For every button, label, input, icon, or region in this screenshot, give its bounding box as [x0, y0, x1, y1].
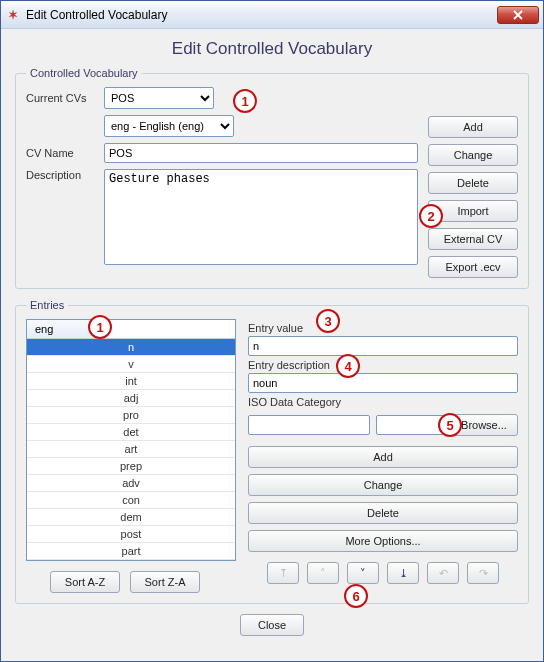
undo-button[interactable]: ↶ — [427, 562, 459, 584]
current-cv-select[interactable]: POS — [104, 87, 214, 109]
cv-import-button[interactable]: Import — [428, 200, 518, 222]
cv-delete-button[interactable]: Delete — [428, 172, 518, 194]
entry-add-button[interactable]: Add — [248, 446, 518, 468]
move-up-button[interactable]: ˄ — [307, 562, 339, 584]
entry-delete-button[interactable]: Delete — [248, 502, 518, 524]
table-row[interactable]: v — [27, 356, 235, 373]
table-row[interactable]: post — [27, 526, 235, 543]
cv-description-input[interactable]: Gesture phases — [104, 169, 418, 265]
table-row[interactable]: adv — [27, 475, 235, 492]
iso-browse-button[interactable]: Browse... — [450, 414, 518, 436]
cv-legend: Controlled Vocabulary — [26, 67, 142, 79]
window-title: Edit Controlled Vocabulary — [26, 8, 497, 22]
table-row[interactable]: part — [27, 543, 235, 560]
entry-description-label: Entry description — [248, 359, 518, 371]
sort-az-button[interactable]: Sort A-Z — [50, 571, 120, 593]
iso-category-field-1 — [248, 415, 370, 435]
entries-table[interactable]: eng nvintadjprodetartprepadvcondempostpa… — [26, 319, 236, 561]
chevron-down-icon: ˅ — [360, 567, 366, 580]
sort-za-button[interactable]: Sort Z-A — [130, 571, 200, 593]
redo-icon: ↷ — [479, 567, 488, 580]
table-row[interactable]: adj — [27, 390, 235, 407]
page-title: Edit Controlled Vocabulary — [15, 39, 529, 59]
entry-value-label: Entry value — [248, 322, 518, 334]
titlebar: ✶ Edit Controlled Vocabulary — [1, 1, 543, 29]
table-row[interactable]: dem — [27, 509, 235, 526]
entry-value-input[interactable] — [248, 336, 518, 356]
move-bottom-button[interactable]: ⤓ — [387, 562, 419, 584]
chevron-top-icon: ⤒ — [279, 567, 288, 580]
table-row[interactable]: prep — [27, 458, 235, 475]
cv-language-select[interactable]: eng - English (eng) — [104, 115, 234, 137]
move-top-button[interactable]: ⤒ — [267, 562, 299, 584]
entries-column-header[interactable]: eng — [27, 320, 97, 338]
cv-name-input[interactable] — [104, 143, 418, 163]
window: ✶ Edit Controlled Vocabulary Edit Contro… — [0, 0, 544, 662]
entry-more-options-button[interactable]: More Options... — [248, 530, 518, 552]
controlled-vocabulary-group: Controlled Vocabulary Current CVs POS en… — [15, 67, 529, 289]
cv-name-label: CV Name — [26, 147, 104, 159]
table-row[interactable]: det — [27, 424, 235, 441]
close-icon — [513, 10, 523, 20]
iso-category-field-2 — [376, 415, 444, 435]
iso-category-label: ISO Data Category — [248, 396, 518, 408]
chevron-bottom-icon: ⤓ — [399, 567, 408, 580]
table-row[interactable]: pro — [27, 407, 235, 424]
window-close-button[interactable] — [497, 6, 539, 24]
app-icon: ✶ — [5, 7, 21, 23]
current-cv-label: Current CVs — [26, 92, 104, 104]
chevron-up-icon: ˄ — [320, 567, 326, 580]
entries-legend: Entries — [26, 299, 68, 311]
table-row[interactable]: int — [27, 373, 235, 390]
redo-button[interactable]: ↷ — [467, 562, 499, 584]
cv-description-label: Description — [26, 169, 104, 181]
undo-icon: ↶ — [439, 567, 448, 580]
cv-external-button[interactable]: External CV — [428, 228, 518, 250]
table-row[interactable]: con — [27, 492, 235, 509]
close-button[interactable]: Close — [240, 614, 304, 636]
entries-table-header: eng — [27, 320, 235, 339]
entry-description-input[interactable] — [248, 373, 518, 393]
entries-group: Entries eng nvintadjprodetartprepadvcond… — [15, 299, 529, 604]
cv-export-button[interactable]: Export .ecv — [428, 256, 518, 278]
table-row[interactable]: art — [27, 441, 235, 458]
content-area: Edit Controlled Vocabulary 1 2 1 3 4 5 6… — [1, 29, 543, 661]
move-down-button[interactable]: ˅ — [347, 562, 379, 584]
cv-add-button[interactable]: Add — [428, 116, 518, 138]
cv-change-button[interactable]: Change — [428, 144, 518, 166]
table-row[interactable]: n — [27, 339, 235, 356]
entry-change-button[interactable]: Change — [248, 474, 518, 496]
